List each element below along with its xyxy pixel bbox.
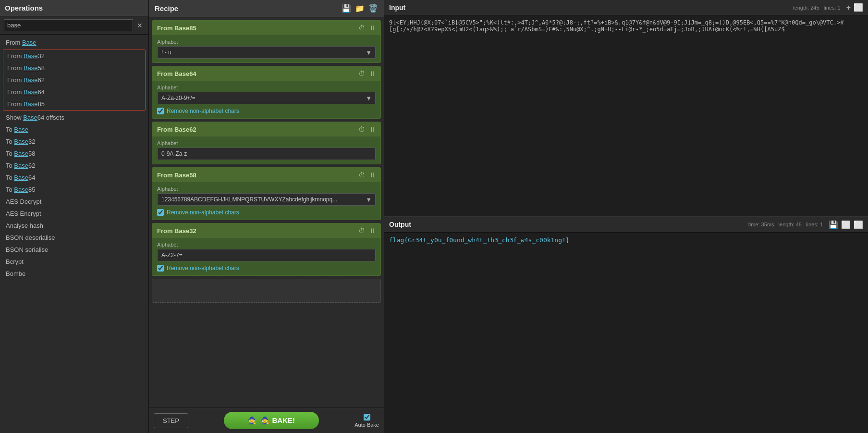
op-from-base62-pause-icon[interactable]: ⏸: [369, 125, 376, 133]
op-card-from-base85-header[interactable]: From Base85 ⏱ ⏸: [152, 21, 380, 35]
op-from-base64-pause-icon[interactable]: ⏸: [369, 70, 376, 77]
op-from-base62-alphabet-input[interactable]: [157, 148, 376, 160]
sidebar-item-analyse-hash[interactable]: Analyse hash: [0, 220, 148, 232]
op-from-base62-time-icon[interactable]: ⏱: [358, 125, 365, 133]
output-textarea[interactable]: [384, 233, 868, 433]
to-base32-highlight: Base: [14, 138, 28, 145]
input-meta-icons: + ⬜: [846, 3, 863, 12]
sidebar-item-to-base85[interactable]: To Base85: [0, 184, 148, 196]
op-from-base32-title: From Base32: [157, 227, 196, 235]
op-from-base85-alphabet-label: Alphabet: [157, 39, 376, 45]
show-base64-highlight: Base: [23, 114, 37, 121]
sidebar-item-to-base[interactable]: To Base: [0, 124, 148, 136]
op-from-base85-title: From Base85: [157, 25, 196, 32]
op-from-base32-icons: ⏱ ⏸: [358, 227, 376, 235]
input-expand-icon[interactable]: ⬜: [854, 3, 863, 12]
sidebar-item-from-base58[interactable]: From Base58: [3, 62, 145, 74]
input-add-icon[interactable]: +: [846, 3, 851, 12]
sidebar-group-box: From Base32 From Base58 From Base62 From…: [3, 49, 146, 111]
sidebar-item-show-base64-offsets[interactable]: Show Base64 offsets: [0, 111, 148, 124]
op-card-from-base58-header[interactable]: From Base58 ⏱ ⏸: [152, 168, 380, 182]
recipe-panel: Recipe 💾 📁 🗑️ From Base85 ⏱ ⏸ Alphabet !…: [149, 0, 384, 433]
from-base64-highlight: Base: [24, 88, 38, 96]
op-from-base85-icons: ⏱ ⏸: [358, 24, 376, 32]
sidebar-item-to-base64[interactable]: To Base64: [0, 172, 148, 184]
sidebar-item-from-base[interactable]: From Base: [0, 37, 148, 49]
input-meta: length: 245 lines: 1: [793, 5, 841, 11]
input-textarea[interactable]: [384, 15, 868, 216]
op-from-base64-checkbox-row[interactable]: Remove non-alphabet chars: [157, 108, 376, 114]
bake-button[interactable]: 🧙 🧙 BAKE!: [224, 412, 319, 429]
op-from-base64-alphabet-select[interactable]: A-Za-z0-9+/=: [157, 92, 376, 104]
op-card-from-base64-header[interactable]: From Base64 ⏱ ⏸: [152, 66, 380, 81]
sidebar-item-from-base32[interactable]: From Base32: [3, 50, 145, 62]
op-from-base58-alphabet-select[interactable]: 123456789ABCDEFGHJKLMNPQRSTUVWXYZabcdefg…: [157, 193, 376, 206]
input-lines-value: 1: [838, 5, 841, 11]
op-from-base58-pause-icon[interactable]: ⏸: [369, 171, 376, 179]
op-from-base58-checkbox-label: Remove non-alphabet chars: [167, 209, 239, 216]
op-from-base85-alphabet-select[interactable]: ! - u: [157, 46, 376, 59]
op-card-from-base62-header[interactable]: From Base62 ⏱ ⏸: [152, 122, 380, 136]
sidebar-item-from-base85[interactable]: From Base85: [3, 98, 145, 110]
op-from-base85-body: Alphabet ! - u ▼: [152, 35, 380, 62]
recipe-title: Recipe: [155, 4, 178, 12]
sidebar-item-to-base58[interactable]: To Base58: [0, 148, 148, 160]
auto-bake-checkbox[interactable]: [364, 414, 370, 421]
op-from-base64-icons: ⏱ ⏸: [358, 70, 376, 77]
op-from-base58-time-icon[interactable]: ⏱: [358, 171, 365, 179]
sidebar: Operations ✕ From Base From Base32 From …: [0, 0, 149, 433]
sidebar-item-from-base62[interactable]: From Base62: [3, 74, 145, 86]
sidebar-item-to-base32[interactable]: To Base32: [0, 136, 148, 148]
save-recipe-icon[interactable]: 💾: [342, 4, 351, 13]
to-base-highlight: Base: [14, 126, 28, 133]
op-from-base32-body: Alphabet Remove non-alphabet chars: [152, 238, 380, 275]
op-from-base58-alphabet-label: Alphabet: [157, 186, 376, 192]
sidebar-item-from-base64[interactable]: From Base64: [3, 86, 145, 98]
op-card-from-base32-header[interactable]: From Base32 ⏱ ⏸: [152, 223, 380, 238]
sidebar-item-to-base62[interactable]: To Base62: [0, 160, 148, 172]
op-from-base85-pause-icon[interactable]: ⏸: [369, 24, 376, 32]
search-input[interactable]: [4, 19, 133, 31]
op-from-base32-checkbox[interactable]: [157, 265, 164, 272]
sidebar-item-aes-encrypt[interactable]: AES Encrypt: [0, 208, 148, 220]
input-length-value: 245: [810, 5, 819, 11]
op-from-base58-checkbox[interactable]: [157, 209, 164, 216]
sidebar-item-bson-deserialise[interactable]: BSON deserialise: [0, 232, 148, 244]
auto-bake-label[interactable]: Auto Bake: [355, 422, 379, 428]
bake-icon: 🧙: [248, 416, 257, 425]
bake-label: 🧙 BAKE!: [261, 416, 295, 425]
op-from-base64-checkbox[interactable]: [157, 108, 164, 114]
op-empty-slot[interactable]: [152, 279, 381, 303]
from-base62-highlight: Base: [24, 76, 38, 84]
sidebar-item-aes-decrypt[interactable]: AES Decrypt: [0, 196, 148, 208]
delete-recipe-icon[interactable]: 🗑️: [368, 4, 378, 13]
sidebar-item-bcrypt[interactable]: Bcrypt: [0, 256, 148, 268]
sidebar-item-bombe[interactable]: Bombe: [0, 268, 148, 280]
op-from-base62-body: Alphabet: [152, 136, 380, 164]
output-copy-icon[interactable]: ⬜: [841, 220, 851, 229]
op-from-base32-alphabet-input[interactable]: [157, 249, 376, 261]
sidebar-item-bson-serialise[interactable]: BSON serialise: [0, 244, 148, 256]
op-from-base32-checkbox-label: Remove non-alphabet chars: [167, 265, 239, 272]
op-from-base32-time-icon[interactable]: ⏱: [358, 227, 365, 235]
input-section: Input length: 245 lines: 1 + ⬜: [384, 0, 868, 217]
op-card-from-base62: From Base62 ⏱ ⏸ Alphabet: [152, 122, 381, 164]
op-from-base32-pause-icon[interactable]: ⏸: [369, 227, 376, 235]
search-container: ✕: [0, 16, 148, 35]
open-recipe-icon[interactable]: 📁: [355, 4, 365, 13]
output-expand-icon[interactable]: ⬜: [854, 220, 863, 229]
recipe-content: From Base85 ⏱ ⏸ Alphabet ! - u ▼ From Ba: [149, 17, 384, 408]
op-from-base64-time-icon[interactable]: ⏱: [358, 70, 365, 77]
recipe-header-icons: 💾 📁 🗑️: [342, 4, 378, 13]
search-clear-button[interactable]: ✕: [135, 22, 145, 29]
op-from-base64-checkbox-label: Remove non-alphabet chars: [167, 108, 239, 114]
input-title: Input: [389, 4, 405, 12]
op-from-base58-checkbox-row[interactable]: Remove non-alphabet chars: [157, 209, 376, 216]
op-from-base85-time-icon[interactable]: ⏱: [358, 24, 365, 32]
op-from-base32-checkbox-row[interactable]: Remove non-alphabet chars: [157, 265, 376, 272]
to-base58-highlight: Base: [14, 150, 28, 157]
step-button[interactable]: STEP: [154, 413, 188, 428]
output-lines-label: lines:: [806, 222, 819, 227]
output-save-icon[interactable]: 💾: [829, 220, 838, 229]
op-from-base62-alphabet-label: Alphabet: [157, 140, 376, 146]
